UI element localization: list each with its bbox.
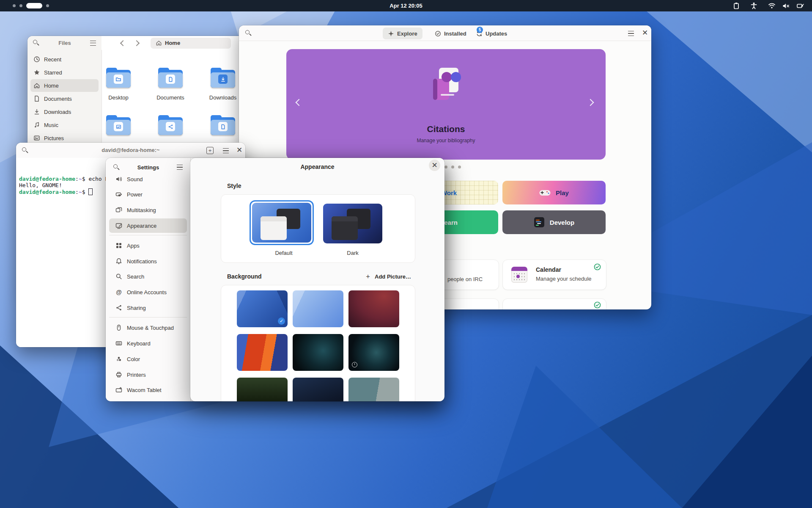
menu-icon[interactable] (223, 148, 229, 153)
category-tile-play[interactable]: Play (502, 181, 606, 204)
settings-item-printers[interactable]: Printers (109, 367, 187, 382)
bell-icon (115, 258, 122, 265)
accessibility-icon[interactable] (751, 2, 757, 9)
document-icon (33, 95, 40, 102)
settings-item-search[interactable]: Search (109, 269, 187, 284)
updates-badge: 5 (477, 27, 483, 33)
download-emblem-icon (218, 75, 228, 84)
folder-item[interactable] (158, 115, 183, 135)
app-card-partial[interactable] (502, 298, 606, 309)
settings-sidebar: Settings Sound Power Multitasking Appear… (106, 158, 191, 401)
style-option-default[interactable] (250, 200, 314, 245)
wallpaper-thumb[interactable] (348, 290, 399, 327)
gamepad-icon (539, 189, 551, 196)
menu-icon[interactable] (177, 165, 183, 170)
carousel-dots[interactable] (444, 166, 461, 168)
windows-icon (115, 207, 122, 213)
sidebar-item-starred[interactable]: Starred (30, 66, 99, 79)
settings-item-wacom[interactable]: Wacom Tablet (109, 383, 187, 397)
breadcrumb[interactable]: Home (151, 38, 231, 49)
wallpaper-thumb[interactable] (293, 290, 343, 327)
style-option-dark[interactable] (323, 204, 382, 243)
terminal-line: Hello, GNOME! (19, 182, 62, 188)
style-option-label: Dark (323, 250, 382, 256)
menu-icon[interactable] (628, 31, 634, 36)
back-icon[interactable] (120, 40, 126, 46)
sidebar-item-documents[interactable]: Documents (30, 92, 99, 105)
search-icon[interactable] (33, 40, 39, 46)
settings-item-sharing[interactable]: Sharing (109, 301, 187, 315)
category-tile-develop[interactable]: Develop (502, 210, 606, 234)
settings-item-sound[interactable]: Sound (109, 172, 187, 186)
installed-check-icon (594, 301, 601, 309)
folder-downloads[interactable] (211, 68, 235, 88)
wallpaper-thumb[interactable] (348, 378, 399, 401)
settings-item-apps[interactable]: Apps (109, 238, 187, 253)
clock-date[interactable]: Apr 12 20:05 (0, 0, 812, 11)
add-picture-button[interactable]: ＋ Add Picture… (365, 272, 411, 281)
folder-label[interactable]: Documents (145, 94, 196, 101)
sidebar-item-downloads[interactable]: Downloads (30, 105, 99, 118)
wallpaper-thumb[interactable] (237, 334, 288, 371)
terminal-line: david@fedora-home:~$ (19, 188, 93, 195)
battery-icon[interactable] (797, 3, 804, 9)
at-icon: @ (115, 289, 122, 295)
tab-installed[interactable]: Installed (430, 28, 472, 39)
share-icon (115, 304, 122, 311)
image-emblem-icon (114, 122, 123, 131)
folder-desktop[interactable] (106, 68, 131, 88)
search-icon[interactable] (245, 30, 252, 36)
app-card-calendar[interactable]: Calendar Manage your schedule (502, 260, 606, 290)
wallpaper-thumb[interactable] (293, 378, 343, 401)
folder-label[interactable]: Desktop (93, 94, 144, 101)
settings-item-keyboard[interactable]: Keyboard (109, 336, 187, 351)
banner-subtitle: Manage your bibliography (286, 138, 606, 144)
sidebar-item-home[interactable]: Home (30, 79, 99, 92)
wallpaper-thumb[interactable] (237, 378, 288, 401)
close-icon[interactable]: ✕ (429, 160, 440, 171)
divider (109, 317, 187, 318)
check-circle-icon (435, 30, 441, 37)
tablet-pen-icon (115, 387, 122, 393)
settings-item-online-accounts[interactable]: @ Online Accounts (109, 285, 187, 299)
settings-item-multitasking[interactable]: Multitasking (109, 203, 187, 217)
plus-icon: ＋ (365, 272, 371, 281)
wallpaper-thumb-selected[interactable]: ✓ (237, 290, 288, 327)
carousel-next-icon[interactable] (588, 99, 593, 107)
clock-icon (33, 56, 40, 63)
wallpaper-thumb[interactable] (293, 334, 343, 371)
new-tab-icon[interactable] (206, 147, 214, 154)
folder-item[interactable] (211, 115, 235, 135)
wifi-icon[interactable] (768, 3, 776, 9)
settings-title: Settings (120, 164, 177, 171)
tab-explore[interactable]: Explore (383, 28, 422, 39)
close-icon[interactable]: ✕ (642, 29, 648, 36)
settings-item-power[interactable]: Power (109, 187, 187, 202)
style-preview-dark (323, 204, 382, 243)
clipboard-icon[interactable] (733, 2, 740, 9)
keyboard-icon (115, 340, 122, 347)
download-icon (33, 108, 40, 115)
folder-item[interactable] (106, 115, 131, 135)
close-icon[interactable]: ✕ (236, 146, 242, 154)
battery-icon (115, 191, 122, 198)
settings-item-color[interactable]: Color (109, 352, 187, 366)
settings-item-appearance[interactable]: Appearance (109, 218, 187, 233)
settings-item-notifications[interactable]: Notifications (109, 254, 187, 268)
featured-banner[interactable]: Citations Manage your bibliography (286, 49, 606, 160)
sidebar-item-music[interactable]: Music (30, 119, 99, 131)
wallpaper-thumb-slideshow[interactable] (348, 334, 399, 371)
volume-muted-icon[interactable] (782, 3, 790, 9)
mouse-icon (115, 324, 122, 331)
menu-icon[interactable] (90, 41, 96, 46)
carousel-prev-icon[interactable] (296, 99, 302, 107)
forward-icon[interactable] (134, 40, 140, 46)
color-circles-icon (115, 356, 122, 362)
folder-documents[interactable] (158, 68, 183, 88)
sidebar-item-recent[interactable]: Recent (30, 53, 99, 66)
background-section-label: Background (227, 273, 262, 280)
search-icon[interactable] (113, 164, 120, 171)
banner-title: Citations (286, 124, 606, 134)
star-icon (33, 69, 40, 76)
settings-item-mouse-touchpad[interactable]: Mouse & Touchpad (109, 320, 187, 335)
